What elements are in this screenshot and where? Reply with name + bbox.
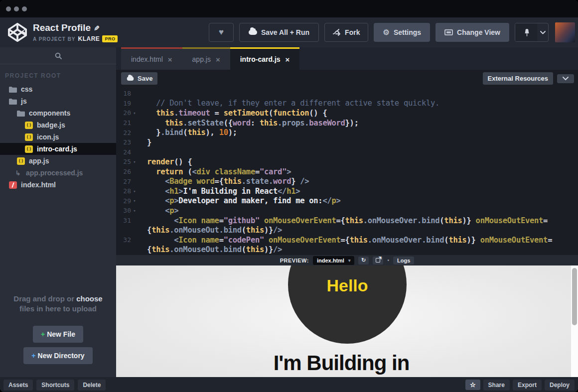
tab-label: app.js [192,55,211,63]
file-label: badge.js [37,121,65,129]
external-link-icon [376,258,380,262]
editor-toolbar: Save External Resources [116,70,578,87]
line-number[interactable]: 18 [116,90,131,97]
line-number[interactable]: 22 [116,129,131,136]
fold-arrow-icon[interactable]: ▾ [131,208,138,213]
upload-drop-hint[interactable]: Drag and drop or choose files in here to… [0,294,116,314]
tab-app.js[interactable]: app.js× [182,47,230,70]
save-all-run-button[interactable]: Save All + Run [239,23,319,42]
choose-files-link[interactable]: choose [76,294,103,303]
project-title: React Profile✎ [33,22,118,34]
preview-file-select[interactable]: index.html ▾ [313,256,355,265]
line-number[interactable]: 20 [116,109,131,117]
project-header: React Profile✎ A PROJECT BY Klare PRO ♥ … [0,17,578,47]
file-app.processed.js[interactable]: ↳app.processed.js [0,167,116,179]
file-label: index.html [21,181,56,189]
line-number[interactable]: 24 [116,148,131,156]
file-index.html[interactable]: index.html [0,179,116,191]
line-number[interactable]: 25 [116,158,131,165]
project-root-label: PROJECT ROOT [0,64,116,83]
file-search[interactable] [0,47,116,64]
code-line-20: 20▾ this.timeout = setTimeout(function()… [116,108,578,118]
js-file-icon: () [25,145,33,153]
delete-button[interactable]: Delete [78,380,106,391]
share-button[interactable]: Share [483,380,510,391]
fold-arrow-icon[interactable]: ▾ [131,111,138,116]
user-avatar[interactable] [555,22,575,42]
file-icon.js[interactable]: ()icon.js [0,131,116,143]
new-directory-button[interactable]: +New Directory [23,347,92,364]
fork-button[interactable]: Fork [324,23,368,42]
save-button[interactable]: Save [121,72,157,85]
preview-refresh-button[interactable]: ↻ [358,257,369,264]
byline-prefix: A PROJECT BY [33,36,76,42]
fold-arrow-icon[interactable]: ▾ [131,189,138,194]
chevron-down-icon: ▾ [348,258,351,263]
assets-button[interactable]: Assets [3,380,33,391]
bullet-icon: • [387,258,389,263]
preview-badge-text: Hello [326,276,368,344]
deploy-button[interactable]: Deploy [545,380,575,391]
view-icon [444,29,453,35]
love-button[interactable]: ♥ [209,23,234,42]
file-intro-card.js[interactable]: ()intro-card.js [0,143,116,155]
folder-js[interactable]: js [0,95,116,107]
new-file-button[interactable]: +New File [33,326,83,343]
pin-button[interactable] [515,23,537,41]
favorite-button[interactable]: ☆ [465,380,480,390]
close-tab-icon[interactable]: × [168,55,172,64]
fold-arrow-icon[interactable]: ▾ [131,198,138,203]
close-tab-icon[interactable]: × [216,55,220,64]
file-label: app.js [29,157,49,165]
window-dot-3[interactable] [22,6,27,11]
pushpin-icon [523,28,530,37]
plus-icon: + [41,330,45,338]
editor-options-button[interactable] [557,74,574,83]
change-view-button[interactable]: Change View [435,23,509,42]
code-line-23: 23 } [116,137,578,147]
pin-dropdown-button[interactable] [537,23,548,41]
shortcuts-button[interactable]: Shortcuts [36,380,74,391]
line-number[interactable]: 31 [116,217,131,224]
line-number[interactable]: 21 [116,119,131,127]
logs-button[interactable]: Logs [393,257,414,264]
preview-open-new-window-button[interactable] [373,257,383,264]
code-text: render() { [138,157,192,166]
export-button[interactable]: Export [513,380,542,391]
folder-components[interactable]: components [0,107,116,119]
file-badge.js[interactable]: ()badge.js [0,119,116,131]
preview-scrollbar-thumb[interactable] [572,268,577,325]
search-icon [55,52,62,59]
preview-scrollbar[interactable] [571,265,578,377]
code-line-26: 26 return (<div className="card"> [116,167,578,177]
edit-title-icon[interactable]: ✎ [94,23,100,34]
line-number[interactable]: 28 [116,187,131,195]
settings-button[interactable]: ⚙ Settings [374,23,430,42]
author-name[interactable]: Klare [78,35,100,42]
line-number[interactable]: 32 [116,236,131,244]
line-number[interactable]: 19 [116,100,131,107]
line-number[interactable]: 26 [116,168,131,175]
preview-heading: I'm Building in [116,351,567,375]
file-app.js[interactable]: ()app.js [0,155,116,167]
line-number[interactable]: 29 [116,197,131,205]
external-resources-button[interactable]: External Resources [483,72,553,85]
code-line-21: 21 this.setState({word: this.props.baseW… [116,118,578,128]
tab-intro-card.js[interactable]: intro-card.js× [230,47,300,70]
tab-index.html[interactable]: index.html× [121,47,182,70]
close-tab-icon[interactable]: × [286,55,290,64]
line-number[interactable]: 27 [116,178,131,185]
line-number[interactable]: 23 [116,138,131,146]
code-editor[interactable]: 1819 // Don't leave, if they enter a dif… [116,87,578,255]
fold-arrow-icon[interactable]: ▾ [131,159,138,164]
window-dot-1[interactable] [6,6,11,11]
window-dot-2[interactable] [14,6,19,11]
folder-icon [9,86,17,93]
line-number[interactable]: 30 [116,207,131,214]
chevron-down-icon [540,31,546,34]
code-text: }.bind(this), 10); [138,128,237,137]
file-label: js [21,97,27,105]
chevron-down-icon [563,77,569,81]
folder-css[interactable]: css [0,83,116,95]
code-text: <Icon name="codePen" onMouseOverEvent={t… [138,236,552,245]
